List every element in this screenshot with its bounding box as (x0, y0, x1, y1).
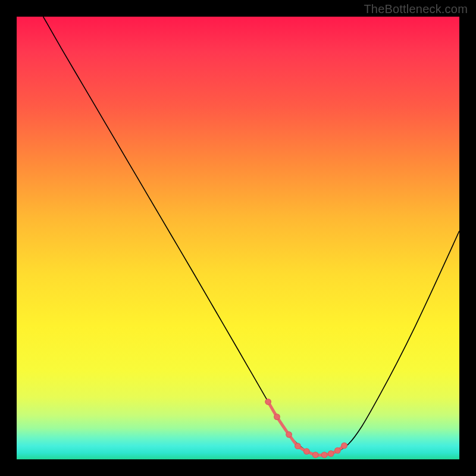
optimal-range-marker (321, 452, 327, 458)
bottleneck-curve-svg (17, 17, 459, 459)
optimal-range-marker (328, 450, 334, 456)
optimal-range-markers (265, 399, 347, 458)
optimal-range-marker (303, 449, 309, 455)
optimal-range-marker (286, 432, 292, 438)
bottleneck-curve-path (43, 17, 459, 455)
optimal-range-marker (312, 452, 318, 458)
optimal-range-marker (342, 443, 347, 449)
watermark-text: TheBottleneck.com (364, 2, 468, 16)
chart-frame: TheBottleneck.com (0, 0, 476, 476)
optimal-range-marker (265, 399, 271, 405)
optimal-range-marker (274, 414, 280, 420)
optimal-range-marker (295, 443, 301, 449)
optimal-range-marker (335, 447, 341, 453)
plot-area (17, 17, 459, 459)
optimal-range-line (268, 402, 345, 455)
